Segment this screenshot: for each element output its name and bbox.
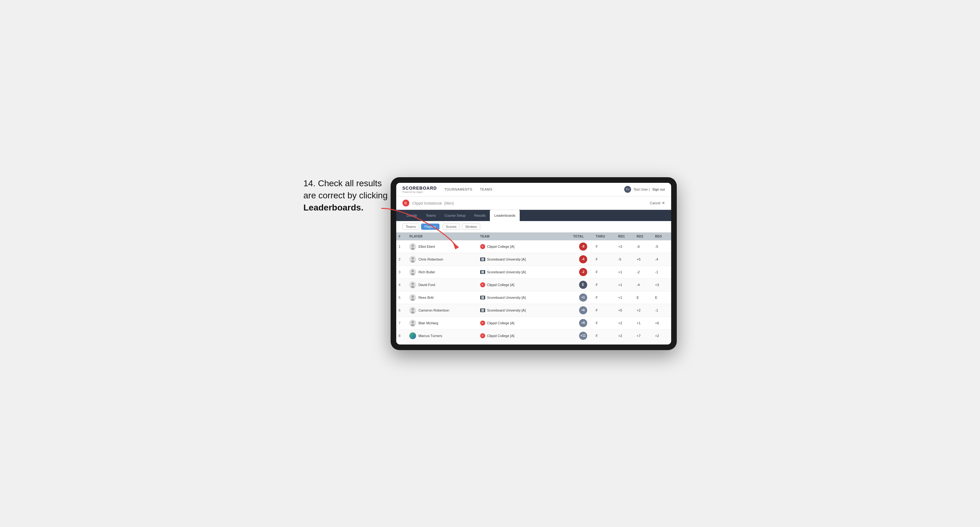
cell-rd1: -5 xyxy=(616,253,634,265)
player-avatar xyxy=(409,268,416,275)
cell-rd2: -6 xyxy=(634,240,652,253)
cell-total: +9 xyxy=(558,316,593,329)
cell-total: -8 xyxy=(558,240,593,253)
cell-rd2: +7 xyxy=(634,329,652,342)
cell-pos: 4 xyxy=(396,278,407,291)
col-thru: THRU xyxy=(593,233,616,240)
instruction-line2: are correct by clicking xyxy=(304,190,388,200)
score-badge: -2 xyxy=(579,268,587,276)
cell-rd3: -5 xyxy=(652,240,671,253)
cell-player: Chris Robertson xyxy=(407,253,477,265)
svg-point-21 xyxy=(411,324,415,327)
cell-pos: 8 xyxy=(396,329,407,342)
brand: SCOREBOARD Powered by clippd xyxy=(402,186,437,194)
cell-total: -4 xyxy=(558,253,593,265)
user-label: Test User | xyxy=(633,187,650,191)
nav-teams[interactable]: TEAMS xyxy=(480,186,492,192)
arrow-indicator xyxy=(378,202,465,252)
team-icon-sb xyxy=(480,308,485,312)
cell-rd2: +5 xyxy=(634,253,652,265)
cell-team: Scoreboard University [A] xyxy=(478,291,558,304)
cell-rd1: +1 xyxy=(616,265,634,278)
cell-thru: F xyxy=(593,265,616,278)
nav-right: TU Test User | Sign out xyxy=(624,186,665,193)
svg-point-5 xyxy=(412,257,414,260)
team-name: Clippd College [A] xyxy=(487,334,514,338)
cell-total: +1 xyxy=(558,291,593,304)
svg-point-17 xyxy=(412,308,414,311)
cell-rd2: E xyxy=(634,291,652,304)
col-rd3: RD3 xyxy=(652,233,671,240)
cell-rd1: +2 xyxy=(616,316,634,329)
svg-point-14 xyxy=(412,295,414,298)
cell-rd2: +2 xyxy=(634,304,652,316)
cell-thru: F xyxy=(593,291,616,304)
svg-point-18 xyxy=(411,311,415,314)
team-name: Clippd College [A] xyxy=(487,245,514,248)
cell-player: Rees Britt xyxy=(407,291,477,304)
team-icon-sb xyxy=(480,270,485,274)
table-row: 4 David Ford C Clippd College [A] E F +1… xyxy=(396,278,671,291)
team-name: Clippd College [A] xyxy=(487,321,514,325)
player-avatar xyxy=(409,320,416,327)
col-rd1: RD1 xyxy=(616,233,634,240)
cell-pos: 6 xyxy=(396,304,407,316)
brand-name: SCOREBOARD xyxy=(402,186,437,190)
player-name: Chris Robertson xyxy=(418,257,443,261)
user-avatar: TU xyxy=(624,186,631,193)
cell-player: Blair McHarg xyxy=(407,316,477,329)
cell-rd3: -4 xyxy=(652,253,671,265)
cell-team: C Clippd College [A] xyxy=(478,316,558,329)
cell-thru: F xyxy=(593,278,616,291)
cell-rd2: -2 xyxy=(634,265,652,278)
cell-rd1: +2 xyxy=(616,329,634,342)
team-name: Scoreboard University [A] xyxy=(487,296,526,299)
cell-rd2: -4 xyxy=(634,278,652,291)
col-total: TOTAL xyxy=(558,233,593,240)
sign-out-link[interactable]: Sign out xyxy=(652,187,665,191)
cell-total: E xyxy=(558,278,593,291)
cell-total: +6 xyxy=(558,304,593,316)
team-name: Scoreboard University [A] xyxy=(487,270,526,274)
col-team: TEAM xyxy=(478,233,558,240)
score-badge: +11 xyxy=(579,332,587,340)
svg-point-9 xyxy=(411,273,415,275)
cell-team: Scoreboard University [A] xyxy=(478,265,558,278)
cell-rd3: E xyxy=(652,291,671,304)
cell-thru: F xyxy=(593,240,616,253)
team-name: Scoreboard University [A] xyxy=(487,257,526,261)
player-name: Rich Butler xyxy=(418,270,435,274)
cell-rd1: +3 xyxy=(616,240,634,253)
team-name: Clippd College [A] xyxy=(487,283,514,287)
player-name: Cameron Robertson xyxy=(418,308,449,312)
cell-team: C Clippd College [A] xyxy=(478,240,558,253)
team-icon-c: C xyxy=(480,282,485,287)
team-name: Scoreboard University [A] xyxy=(487,308,526,312)
cancel-button[interactable]: Cancel xyxy=(650,201,660,205)
svg-point-6 xyxy=(411,260,415,263)
instruction-line3: Leaderboards. xyxy=(304,203,364,212)
nav-tournaments[interactable]: TOURNAMENTS xyxy=(444,186,473,192)
cell-rd3: +6 xyxy=(652,316,671,329)
tab-leaderboards[interactable]: Leaderboards xyxy=(490,210,520,221)
cell-pos: 5 xyxy=(396,291,407,304)
player-name: Blair McHarg xyxy=(418,321,438,325)
tab-results[interactable]: Results xyxy=(470,210,490,221)
svg-marker-0 xyxy=(453,243,459,249)
instruction-line1: 14. Check all results xyxy=(304,178,382,188)
cancel-x-icon[interactable]: ✕ xyxy=(662,201,665,205)
nav-links: TOURNAMENTS TEAMS xyxy=(444,186,624,192)
team-icon-c: C xyxy=(480,321,485,325)
svg-point-15 xyxy=(411,298,415,301)
player-name: Marcus Turners xyxy=(418,334,442,338)
brand-powered: Powered by clippd xyxy=(402,190,437,194)
score-badge: +6 xyxy=(579,306,587,314)
cell-total: -2 xyxy=(558,265,593,278)
cell-player: David Ford xyxy=(407,278,477,291)
cell-team: C Clippd College [A] xyxy=(478,278,558,291)
page-container: 14. Check all results are correct by cli… xyxy=(304,177,677,350)
team-icon-c: C xyxy=(480,244,485,249)
cell-pos: 7 xyxy=(396,316,407,329)
cell-rd1: +1 xyxy=(616,291,634,304)
cell-rd2: +1 xyxy=(634,316,652,329)
